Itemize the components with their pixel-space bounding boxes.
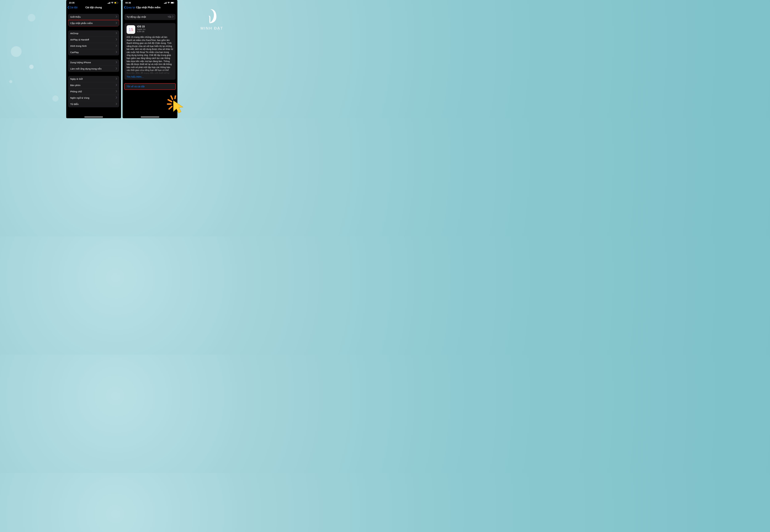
page-title: Cập nhật Phần mềm bbox=[136, 6, 160, 9]
bokeh-dot bbox=[29, 65, 34, 69]
bokeh-dot bbox=[28, 14, 35, 22]
row-label: Dung lượng iPhone bbox=[70, 61, 91, 64]
settings-row[interactable]: Hình trong hình bbox=[68, 43, 119, 49]
row-label: Tự động cập nhật bbox=[127, 16, 146, 18]
chevron-right-icon bbox=[116, 22, 117, 25]
chevron-right-icon bbox=[116, 78, 117, 80]
settings-row[interactable]: Làm mới ứng dụng trong nền bbox=[68, 66, 119, 72]
settings-group: Giới thiệuCập nhật phần mềm bbox=[68, 14, 119, 26]
update-title: iOS 15 bbox=[137, 25, 146, 28]
row-value: Tắt bbox=[167, 16, 171, 18]
svg-rect-3 bbox=[110, 2, 110, 4]
phone-screen-general-settings: 23:35 Cài đặt Cài đặt chung bbox=[66, 0, 121, 118]
settings-row[interactable]: Ngày & Giờ bbox=[68, 76, 119, 82]
settings-row[interactable]: Bàn phím bbox=[68, 82, 119, 88]
update-info-block: 15 iOS 15 Apple Inc. 6,08 GB iOS 15 mang… bbox=[124, 23, 175, 80]
row-label: Làm mới ứng dụng trong nền bbox=[70, 67, 102, 70]
battery-icon bbox=[171, 2, 175, 4]
settings-row[interactable]: CarPlay bbox=[68, 49, 119, 55]
chevron-right-icon bbox=[172, 16, 173, 18]
svg-rect-1 bbox=[108, 3, 109, 4]
settings-row[interactable]: Dung lượng iPhone bbox=[68, 59, 119, 66]
settings-row[interactable]: AirDrop bbox=[68, 30, 119, 36]
back-button[interactable]: Quay lại bbox=[124, 6, 135, 9]
status-time: 00:36 bbox=[125, 2, 131, 4]
bokeh-dot bbox=[11, 46, 22, 57]
status-bar: 00:36 bbox=[123, 0, 177, 5]
chevron-right-icon bbox=[116, 67, 117, 70]
chevron-left-icon bbox=[124, 6, 126, 9]
row-label: Cập nhật phần mềm bbox=[70, 22, 93, 25]
auto-update-group: Tự động cập nhật Tắt bbox=[124, 14, 175, 20]
brand-logo-icon bbox=[206, 9, 217, 24]
row-label: Bàn phím bbox=[70, 84, 80, 87]
settings-row[interactable]: Ngôn ngữ & Vùng bbox=[68, 95, 119, 101]
chevron-right-icon bbox=[116, 61, 117, 64]
cellular-signal-icon bbox=[108, 2, 110, 4]
home-indicator bbox=[141, 117, 159, 117]
chevron-left-icon bbox=[67, 6, 69, 9]
brand-logo-block: MINH ĐẠT bbox=[196, 9, 227, 30]
chevron-right-icon bbox=[116, 97, 117, 99]
settings-row[interactable]: AirPlay & Handoff bbox=[68, 36, 119, 43]
svg-rect-5 bbox=[115, 2, 116, 3]
back-label: Cài đặt bbox=[70, 6, 78, 9]
chevron-right-icon bbox=[116, 90, 117, 93]
status-bar: 23:35 bbox=[66, 0, 121, 5]
wifi-icon bbox=[167, 2, 170, 4]
back-button[interactable]: Cài đặt bbox=[67, 6, 78, 9]
settings-group: Ngày & GiờBàn phímPhông chữNgôn ngữ & Vù… bbox=[68, 76, 119, 107]
chevron-right-icon bbox=[116, 16, 117, 18]
row-label: AirDrop bbox=[70, 32, 78, 35]
settings-group: AirDropAirPlay & HandoffHình trong hìnhC… bbox=[68, 30, 119, 55]
row-label: CarPlay bbox=[70, 51, 79, 54]
row-auto-update[interactable]: Tự động cập nhật Tắt bbox=[124, 14, 175, 20]
svg-rect-7 bbox=[164, 3, 164, 4]
download-install-button[interactable]: Tải về và cài đặt bbox=[124, 83, 175, 90]
update-vendor: Apple Inc. bbox=[137, 28, 146, 30]
svg-rect-2 bbox=[109, 2, 109, 4]
svg-rect-6 bbox=[118, 2, 118, 3]
nav-bar: Cài đặt Cài đặt chung bbox=[66, 5, 121, 11]
svg-rect-9 bbox=[165, 2, 166, 4]
svg-rect-8 bbox=[165, 3, 165, 4]
bokeh-dot bbox=[52, 95, 58, 102]
bokeh-dot bbox=[9, 80, 12, 83]
nav-bar: Quay lại Cập nhật Phần mềm bbox=[123, 5, 177, 11]
row-label: AirPlay & Handoff bbox=[70, 38, 89, 41]
chevron-right-icon bbox=[116, 38, 117, 41]
svg-rect-0 bbox=[108, 3, 108, 4]
back-label: Quay lại bbox=[126, 6, 135, 9]
row-label: Phông chữ bbox=[70, 90, 82, 93]
battery-low-power-icon bbox=[114, 2, 118, 4]
row-label: Từ điển bbox=[70, 103, 79, 106]
row-label: Hình trong hình bbox=[70, 45, 87, 47]
settings-row[interactable]: Phông chữ bbox=[68, 88, 119, 95]
row-label: Ngày & Giờ bbox=[70, 78, 83, 80]
settings-group: Dung lượng iPhoneLàm mới ứng dụng trong … bbox=[68, 59, 119, 72]
settings-row[interactable]: Cập nhật phần mềm bbox=[68, 20, 119, 26]
row-label: Ngôn ngữ & Vùng bbox=[70, 97, 89, 99]
chevron-right-icon bbox=[116, 32, 117, 35]
wifi-icon bbox=[111, 2, 113, 4]
ios15-icon: 15 bbox=[127, 25, 135, 34]
update-size: 6,08 GB bbox=[137, 30, 146, 33]
download-install-group: Tải về và cài đặt bbox=[124, 83, 175, 90]
status-time: 23:35 bbox=[69, 2, 75, 4]
chevron-right-icon bbox=[116, 84, 117, 87]
chevron-right-icon bbox=[116, 45, 117, 47]
update-description: iOS 15 mang đến những cải thiện về âm th… bbox=[127, 36, 173, 74]
chevron-right-icon bbox=[116, 103, 117, 106]
settings-row[interactable]: Giới thiệu bbox=[68, 14, 119, 20]
chevron-right-icon bbox=[116, 51, 117, 54]
svg-rect-10 bbox=[166, 2, 167, 4]
settings-row[interactable]: Từ điển bbox=[68, 101, 119, 107]
brand-name: MINH ĐẠT bbox=[196, 26, 227, 30]
home-indicator bbox=[84, 117, 103, 117]
phone-screen-software-update: 00:36 Quay lại Cập nhật Phần mềm bbox=[123, 0, 177, 118]
svg-rect-13 bbox=[174, 2, 175, 3]
svg-rect-12 bbox=[171, 2, 173, 3]
download-label: Tải về và cài đặt bbox=[127, 85, 145, 88]
cellular-signal-icon bbox=[164, 2, 167, 4]
learn-more-link[interactable]: Tìm hiểu thêm… bbox=[127, 75, 173, 78]
